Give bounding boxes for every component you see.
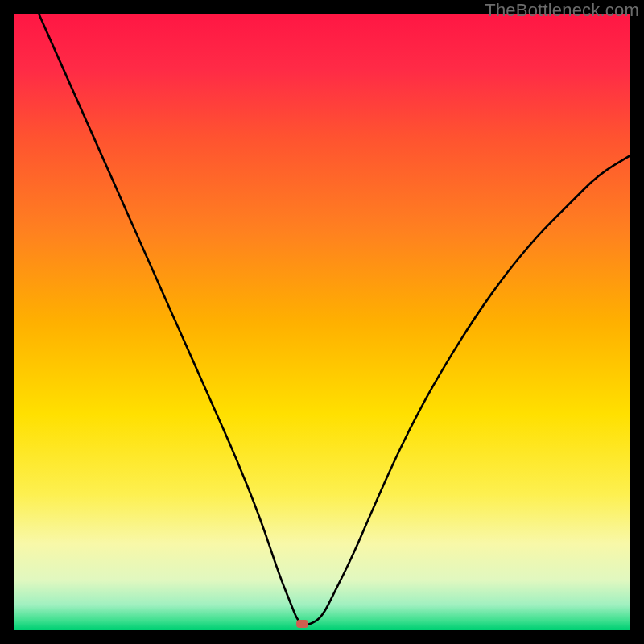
chart-svg	[14, 14, 630, 630]
optimum-marker	[296, 620, 308, 628]
chart-container: TheBottleneck.com	[0, 0, 644, 644]
gradient-background	[14, 14, 630, 630]
watermark-text: TheBottleneck.com	[485, 0, 639, 21]
plot-area	[14, 14, 630, 630]
